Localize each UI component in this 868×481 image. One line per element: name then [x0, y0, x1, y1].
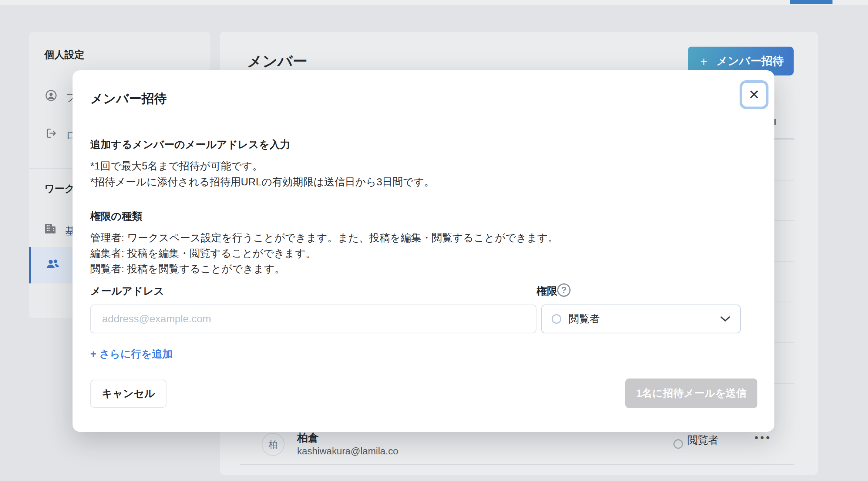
member-email: kashiwakura@lamila.co [297, 445, 398, 457]
member-name: 柏倉 [297, 431, 319, 445]
help-icon-glyph: ? [561, 285, 566, 295]
send-invite-button[interactable]: 1名に招待メールを送信 [625, 379, 757, 408]
help-icon[interactable]: ? [557, 283, 571, 297]
role-radio-icon [552, 314, 561, 324]
workspace-settings-section-title: ワーク [44, 182, 75, 195]
note-url-expiry: *招待メールに添付される招待用URLの有効期限は送信日から3日間です。 [90, 175, 434, 189]
permission-descriptions: 管理者: ワークスペース設定を行うことができます。また、投稿を編集・閲覧すること… [90, 230, 558, 277]
chevron-down-icon [720, 316, 730, 322]
top-strip [0, 0, 868, 5]
cancel-button[interactable]: キャンセル [90, 380, 166, 408]
member-role-label: 閲覧者 [687, 433, 719, 447]
page-title: メンバー [247, 51, 307, 71]
avatar: 柏 [262, 433, 285, 456]
email-section-heading: 追加するメンバーのメールアドレスを入力 [90, 138, 290, 152]
close-button[interactable]: ✕ [740, 80, 768, 109]
permission-desc-editor: 編集者: 投稿を編集・閲覧することができます。 [90, 246, 558, 261]
logout-icon [45, 127, 57, 139]
avatar-initial: 柏 [269, 438, 278, 451]
row-divider [240, 464, 794, 465]
note-max-invites: *1回で最大5名まで招待が可能です。 [90, 159, 263, 173]
member-role-radio[interactable] [673, 439, 683, 449]
permission-desc-viewer: 閲覧者: 投稿を閲覧することができます。 [90, 261, 558, 277]
email-input[interactable] [90, 305, 536, 333]
modal-title: メンバー招待 [90, 90, 166, 107]
permission-desc-admin: 管理者: ワークスペース設定を行うことができます。また、投稿を編集・閲覧すること… [90, 230, 558, 246]
role-selected-value: 閲覧者 [569, 312, 720, 326]
close-icon: ✕ [748, 87, 760, 102]
invite-member-modal: メンバー招待 ✕ 追加するメンバーのメールアドレスを入力 *1回で最大5名まで招… [73, 70, 774, 432]
personal-settings-section-title: 個人設定 [44, 48, 84, 61]
permission-field-label: 権限 [536, 284, 557, 298]
invite-member-button-label: メンバー招待 [716, 54, 784, 69]
role-select[interactable]: 閲覧者 [541, 305, 741, 333]
member-overflow-menu[interactable]: ••• [754, 431, 772, 444]
add-row-link[interactable]: + さらに行を追加 [90, 347, 173, 361]
sidebar-selected-accent [29, 247, 31, 283]
permission-types-heading: 権限の種類 [90, 209, 142, 223]
user-circle-icon [45, 90, 57, 101]
plus-icon: ＋ [698, 55, 710, 67]
building-icon [44, 223, 56, 235]
active-tab-indicator [790, 0, 832, 4]
email-field-label: メールアドレス [90, 284, 164, 298]
people-icon [46, 258, 57, 270]
